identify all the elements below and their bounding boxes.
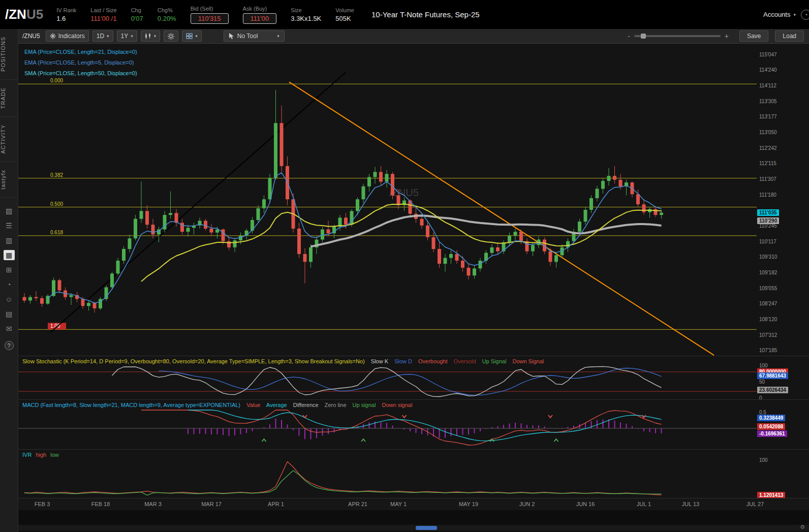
- chart-region: /ZNU5 Indicators 1D▾ 1Y▾ ▾ ▾: [18, 29, 809, 532]
- ivr-axis: 1001.1201413: [757, 450, 809, 498]
- sidebar-tab-activity[interactable]: ACTIVITY: [0, 117, 18, 162]
- settings-button[interactable]: [164, 30, 178, 42]
- quote-header: /ZNU5 IV Rank 1.6 Last / Size 111'00 /1 …: [0, 0, 809, 29]
- grid-icon: [186, 33, 193, 39]
- symbol-expiry: U5: [26, 7, 43, 22]
- scrollbar-thumb[interactable]: [416, 526, 437, 530]
- indicators-icon: [50, 33, 56, 39]
- history-icon[interactable]: ◔: [4, 279, 15, 290]
- time-axis-tick: JUL 13: [682, 501, 699, 507]
- price-axis-tick: 112'242: [759, 145, 777, 151]
- price-chart-svg[interactable]: 0.0000.3820.5000.6181.00/ZNU5: [18, 44, 757, 356]
- chat-icon[interactable]: ✉: [4, 324, 15, 334]
- users-icon[interactable]: ☺: [4, 294, 15, 304]
- sidebar-icon-stack: ▨☰▥▦⊞◔☺▤✉: [4, 206, 15, 334]
- ivr-pane: IVR high low 1001.1201413: [18, 449, 809, 498]
- chevron-down-icon: ▾: [131, 34, 133, 39]
- macd-chart-canvas[interactable]: [18, 400, 757, 449]
- price-axis-tick: 113'050: [759, 130, 777, 135]
- notifications-icon[interactable]: ◔: [801, 10, 809, 20]
- price-axis-tick: 112'115: [759, 161, 776, 166]
- time-axis-tick: MAR 3: [144, 501, 162, 507]
- time-axis-tick: APR 1: [268, 501, 284, 507]
- stoch-value-box: 23.6026434: [757, 387, 788, 393]
- price-axis-tick: 113'305: [759, 99, 777, 104]
- candlestick-icon: [145, 33, 151, 39]
- sidebar-tab-trade[interactable]: TRADE: [0, 80, 18, 117]
- bottom-strip: ⚙: [18, 510, 809, 532]
- ivr-svg[interactable]: [18, 450, 757, 498]
- stochastic-axis: 10050080.000000067.988164323.6026434: [757, 356, 809, 399]
- field-last-size: Last / Size 111'00 /1: [90, 7, 116, 22]
- stochastic-chart-canvas[interactable]: [18, 356, 757, 399]
- price-axis-tick: 115'047: [759, 52, 777, 57]
- stoch-svg[interactable]: [18, 356, 757, 399]
- indicators-button[interactable]: Indicators: [46, 30, 89, 42]
- corner-gear-icon[interactable]: ⚙: [800, 524, 805, 530]
- save-button[interactable]: Save: [739, 30, 768, 42]
- horizontal-scrollbar[interactable]: [18, 525, 809, 531]
- grid-layout-dropdown[interactable]: ▾: [182, 30, 202, 42]
- time-axis-tick: FEB 3: [35, 501, 50, 507]
- left-sidebar: POSITIONS TRADE ACTIVITY tastyfx ▨☰▥▦⊞◔☺…: [0, 29, 18, 532]
- fib-label: 0.000: [50, 78, 63, 83]
- time-axis-tick: MAY 1: [390, 501, 407, 507]
- price-chart-canvas[interactable]: 0.0000.3820.5000.6181.00/ZNU5: [18, 44, 757, 356]
- chart-icon[interactable]: ▦: [4, 250, 15, 260]
- macd-axis: 0.50.32384490.0542088-0.1696361: [757, 400, 809, 449]
- tiles-icon[interactable]: ⊞: [4, 265, 15, 275]
- price-axis-tick: 110'117: [759, 239, 776, 244]
- chevron-down-icon: ▾: [277, 34, 279, 39]
- price-axis-tick: 107'185: [759, 348, 777, 353]
- image-icon[interactable]: ▨: [4, 206, 15, 216]
- accounts-dropdown[interactable]: Accounts▾: [763, 11, 796, 18]
- field-bid: Bid (Sell) 110'315: [191, 6, 229, 24]
- zoom-in-button[interactable]: +: [725, 32, 729, 40]
- help-icon[interactable]: ?: [5, 341, 14, 350]
- time-axis-tick: APR 21: [348, 501, 367, 507]
- sidebar-tab-tastyfx[interactable]: tastyfx: [0, 162, 18, 198]
- macd-svg[interactable]: [18, 400, 757, 449]
- watchlist-icon[interactable]: ☰: [4, 221, 15, 231]
- calendar-icon[interactable]: ▤: [4, 309, 15, 319]
- time-axis-tick: MAY 19: [459, 501, 478, 507]
- time-axis[interactable]: FEB 3FEB 18MAR 3MAR 17APR 1APR 21MAY 1MA…: [18, 498, 809, 510]
- bid-button[interactable]: 110'315: [191, 13, 229, 24]
- sidebar-tab-positions[interactable]: POSITIONS: [0, 29, 18, 80]
- price-axis-tick: 108'120: [759, 317, 777, 322]
- field-ask: Ask (Buy) 111'00: [243, 6, 277, 24]
- ask-button[interactable]: 111'00: [243, 13, 277, 24]
- price-axis-tick: 113'177: [759, 114, 777, 119]
- time-axis-tick: JUN 2: [519, 501, 535, 507]
- price-pane: EMA (Price=CLOSE, Length=21, Displace=0)…: [18, 44, 809, 356]
- drawing-tool-dropdown[interactable]: No Tool ▾: [224, 30, 285, 42]
- price-axis-tick: 108'247: [759, 301, 777, 306]
- price-axis-tick: 111'180: [759, 192, 776, 198]
- macd-pane: MACD (Fast length=8, Slow length=21, MAC…: [18, 399, 809, 449]
- columns-icon[interactable]: ▥: [4, 235, 15, 245]
- instrument-name: 10-Year T-Note Futures, Sep-25: [371, 10, 480, 19]
- last-price-marker: 111'035: [757, 209, 779, 216]
- stoch-value-box: 67.9881643: [757, 372, 788, 379]
- chart-style-dropdown[interactable]: ▾: [141, 30, 161, 42]
- timeframe-dropdown[interactable]: 1D▾: [92, 30, 113, 42]
- zoom-out-button[interactable]: -: [628, 32, 630, 40]
- symbol-root: /ZN: [5, 7, 26, 22]
- trading-app: /ZNU5 IV Rank 1.6 Last / Size 111'00 /1 …: [0, 0, 809, 532]
- field-chg: Chg 0'07: [131, 7, 143, 22]
- load-button[interactable]: Load: [775, 30, 804, 42]
- toolbar-symbol: /ZNU5: [22, 33, 40, 40]
- time-axis-tick: MAR 17: [201, 501, 222, 507]
- zoom-slider-thumb[interactable]: [641, 34, 646, 39]
- chevron-down-icon: ▾: [793, 12, 796, 17]
- sma-price-marker: 110'290: [757, 217, 779, 224]
- price-axis[interactable]: 115'047114'240114'112113'305113'177113'0…: [757, 44, 809, 356]
- range-dropdown[interactable]: 1Y▾: [117, 30, 137, 42]
- time-axis-tick: JUN 16: [576, 501, 595, 507]
- price-axis-tick: 109'182: [759, 270, 777, 275]
- zoom-slider[interactable]: [634, 35, 721, 37]
- ivr-chart-canvas[interactable]: [18, 450, 757, 498]
- chevron-down-icon: ▾: [195, 34, 198, 39]
- chart-toolbar: /ZNU5 Indicators 1D▾ 1Y▾ ▾ ▾: [18, 29, 809, 44]
- cursor-icon: [229, 33, 234, 40]
